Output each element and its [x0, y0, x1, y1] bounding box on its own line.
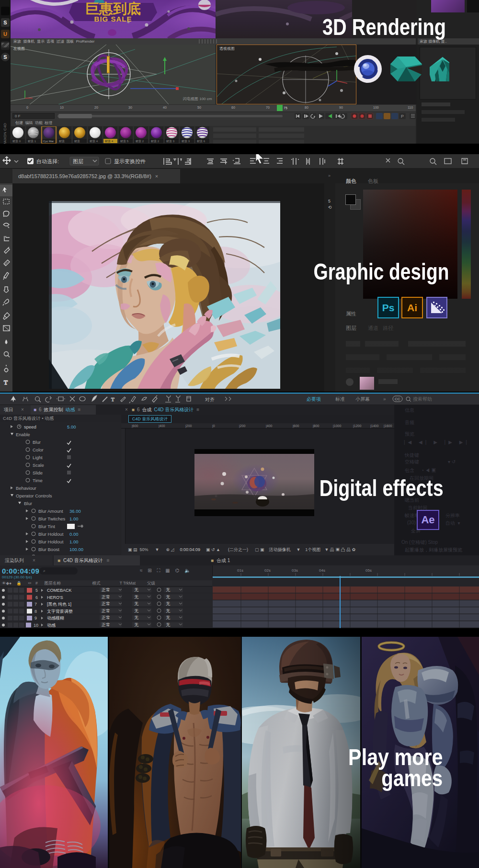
svg-text:100.00: 100.00: [69, 547, 83, 552]
svg-text:文字背景调整: 文字背景调整: [47, 609, 73, 614]
svg-text:搜索帮助: 搜索帮助: [413, 396, 432, 402]
svg-text:speed: speed: [24, 424, 36, 429]
svg-text:材质 4: 材质 4: [104, 140, 114, 143]
svg-text:P: P: [401, 114, 404, 119]
svg-text:材质 3: 材质 3: [166, 140, 175, 143]
svg-text:材质 2: 材质 2: [135, 140, 144, 143]
svg-text:02s: 02s: [264, 568, 271, 573]
svg-text:T: T: [4, 379, 8, 386]
svg-text:CC: CC: [395, 397, 400, 401]
svg-text:材质 0: 材质 0: [12, 140, 21, 143]
svg-text:COMEBACK: COMEBACK: [47, 588, 72, 593]
svg-text:巨惠到底: 巨惠到底: [85, 1, 141, 16]
svg-text:Operator Controls: Operator Controls: [16, 493, 52, 498]
svg-text:Blur Amount: Blur Amount: [38, 508, 63, 514]
svg-text:Time: Time: [33, 478, 43, 483]
svg-text:Blur: Blur: [24, 501, 32, 506]
svg-text:无: 无: [166, 587, 171, 592]
svg-text:材质 5: 材质 5: [120, 140, 129, 143]
svg-text:75: 75: [284, 106, 287, 110]
svg-text:|0: |0: [212, 424, 215, 428]
svg-text:|600: |600: [132, 424, 138, 428]
svg-text:自动选择:: 自动选择:: [36, 158, 59, 164]
svg-text:材质 4: 材质 4: [89, 140, 98, 143]
svg-text:80: 80: [305, 106, 308, 109]
svg-text:50: 50: [197, 106, 201, 109]
svg-text:|400: |400: [266, 424, 273, 428]
svg-text:闪电视图 100 cm: 闪电视图 100 cm: [183, 97, 212, 101]
svg-text:小屏幕: 小屏幕: [355, 396, 370, 402]
svg-text:36.00: 36.00: [69, 508, 81, 514]
svg-text:|1400: |1400: [370, 424, 378, 428]
svg-text:Slide: Slide: [33, 470, 43, 475]
svg-text:无: 无: [134, 587, 139, 592]
svg-text:对齐: 对齐: [205, 397, 215, 402]
svg-text:5: 5: [35, 588, 38, 593]
svg-text:Cyc Mat: Cyc Mat: [43, 140, 54, 143]
svg-text:标准: 标准: [335, 396, 345, 402]
svg-text:8: 8: [34, 609, 37, 614]
svg-text:10: 10: [60, 106, 64, 109]
svg-text:Behaviour: Behaviour: [16, 485, 36, 491]
svg-text:图层: 图层: [73, 158, 83, 164]
svg-text:|1600: |1600: [384, 424, 392, 428]
svg-text:04s: 04s: [319, 568, 325, 573]
svg-text:|200: |200: [239, 424, 246, 428]
svg-text:材质: 材质: [58, 140, 65, 143]
svg-text:01s: 01s: [237, 568, 243, 573]
svg-text:110: 110: [408, 106, 413, 109]
svg-text:70: 70: [266, 106, 270, 109]
svg-text:|1200: |1200: [353, 424, 361, 428]
svg-text:1.00: 1.00: [69, 516, 79, 521]
svg-text:10: 10: [34, 623, 38, 628]
svg-text:Scale: Scale: [33, 462, 44, 468]
svg-text:Enable: Enable: [16, 432, 30, 437]
svg-text:材质 3: 材质 3: [181, 140, 190, 143]
svg-text:Blur Tint: Blur Tint: [38, 524, 55, 529]
svg-text:9: 9: [34, 616, 37, 620]
svg-text:必要项: 必要项: [307, 396, 321, 402]
svg-text:|1000: |1000: [333, 424, 341, 428]
svg-text:6: 6: [35, 595, 38, 600]
svg-text:正常: 正常: [101, 587, 110, 592]
svg-text:20: 20: [94, 106, 98, 109]
svg-text:Blur Boost: Blur Boost: [38, 547, 59, 552]
svg-text:30: 30: [128, 106, 132, 109]
svg-text:Light: Light: [33, 455, 43, 460]
svg-text:»: »: [383, 396, 386, 402]
svg-text:材质 2: 材质 2: [150, 140, 160, 143]
svg-text:材质 6: 材质 6: [196, 140, 205, 143]
svg-text:05s: 05s: [365, 568, 372, 573]
svg-text:1.00: 1.00: [69, 539, 79, 544]
svg-text:Blur Holdout: Blur Holdout: [38, 531, 64, 537]
svg-text:100: 100: [373, 106, 379, 109]
svg-text:HERO'S: HERO'S: [47, 595, 63, 600]
svg-text:0: 0: [26, 106, 28, 109]
svg-text:03s: 03s: [292, 568, 298, 573]
svg-text:T: T: [111, 396, 114, 402]
svg-text:Color: Color: [33, 447, 44, 452]
svg-text:BIG SALE: BIG SALE: [94, 15, 132, 23]
svg-text:显示变换控件: 显示变换控件: [114, 158, 146, 164]
svg-text:|600: |600: [293, 424, 299, 428]
svg-text:Blur: Blur: [33, 440, 41, 445]
svg-text:|400: |400: [159, 424, 165, 428]
svg-text:7: 7: [34, 602, 37, 607]
svg-text:动感: 动感: [47, 623, 56, 628]
svg-text:60: 60: [231, 106, 235, 109]
svg-text:材质 1: 材质 1: [27, 140, 36, 143]
svg-text:材质: 材质: [74, 140, 80, 143]
svg-text:0.00: 0.00: [69, 531, 79, 537]
svg-text:透视视图: 透视视图: [219, 46, 235, 51]
svg-text:90: 90: [339, 106, 343, 109]
svg-text:Blur Twitches: Blur Twitches: [38, 516, 66, 521]
svg-text:动感模糊: 动感模糊: [47, 616, 64, 620]
svg-text:|200: |200: [185, 424, 192, 428]
svg-text:|800: |800: [313, 424, 319, 428]
svg-text:5.00: 5.00: [67, 424, 76, 429]
svg-text:40: 40: [163, 106, 167, 109]
svg-text:Blur Holdout: Blur Holdout: [38, 539, 64, 544]
svg-text:[黑色 纯色 1]: [黑色 纯色 1]: [47, 602, 71, 607]
